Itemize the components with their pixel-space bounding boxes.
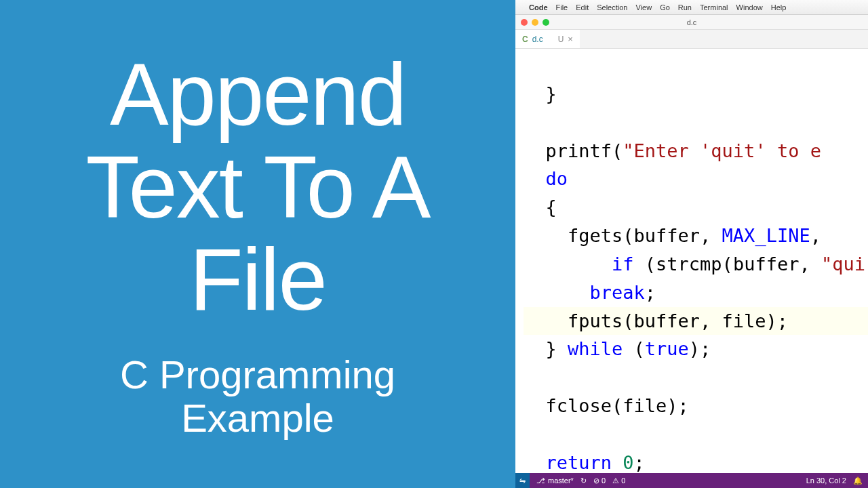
- menu-go[interactable]: Go: [660, 3, 670, 12]
- warnings-count[interactable]: ⚠ 0: [612, 476, 625, 485]
- close-window-button[interactable]: [521, 19, 528, 26]
- git-branch[interactable]: ⎇ master*: [536, 476, 574, 485]
- menu-selection[interactable]: Selection: [597, 3, 627, 12]
- code-line: do: [524, 168, 568, 189]
- sync-icon[interactable]: ↻: [580, 476, 587, 485]
- editor-tabbar[interactable]: C d.c U ×: [515, 30, 868, 49]
- code-line: return 0;: [524, 452, 645, 473]
- menu-edit[interactable]: Edit: [576, 3, 589, 12]
- code-line: printf("Enter 'quit' to e: [524, 140, 821, 161]
- title-line: Append: [85, 48, 429, 141]
- menu-file[interactable]: File: [556, 3, 568, 12]
- tab-filename: d.c: [532, 35, 543, 44]
- window-titlebar[interactable]: d.c: [515, 15, 868, 30]
- subtitle-line: C Programming: [120, 353, 395, 396]
- vscode-window: Code File Edit Selection View Go Run Ter…: [515, 0, 868, 488]
- errors-count[interactable]: ⊘ 0: [593, 476, 606, 485]
- remote-indicator[interactable]: ⇋: [515, 473, 530, 488]
- subtitle: C Programming Example: [120, 353, 395, 440]
- menu-help[interactable]: Help: [771, 3, 787, 12]
- cursor-position[interactable]: Ln 30, Col 2: [806, 476, 846, 485]
- status-bar[interactable]: ⇋ ⎇ master* ↻ ⊘ 0 ⚠ 0 Ln 30, Col 2 🔔: [515, 473, 868, 488]
- editor-tab-active[interactable]: C d.c U ×: [515, 30, 580, 48]
- tab-dirty-indicator: U: [558, 35, 564, 44]
- code-line: {: [524, 197, 557, 218]
- close-icon[interactable]: ×: [568, 34, 573, 44]
- mac-menubar[interactable]: Code File Edit Selection View Go Run Ter…: [515, 0, 868, 15]
- app-name[interactable]: Code: [529, 3, 548, 12]
- traffic-lights: [521, 19, 549, 26]
- title-line: Text To A: [85, 141, 429, 234]
- tab-lang-badge: C: [522, 35, 528, 44]
- zoom-window-button[interactable]: [542, 19, 549, 26]
- code-line: fclose(file);: [524, 395, 689, 416]
- menu-view[interactable]: View: [635, 3, 652, 12]
- code-line-active: fputs(buffer, file);: [524, 307, 868, 336]
- menu-terminal[interactable]: Terminal: [700, 3, 728, 12]
- menu-run[interactable]: Run: [678, 3, 692, 12]
- main-title: Append Text To A File: [85, 48, 429, 326]
- menu-window[interactable]: Window: [736, 3, 763, 12]
- minimize-window-button[interactable]: [532, 19, 538, 26]
- title-card: Append Text To A File C Programming Exam…: [0, 0, 515, 488]
- code-line: fgets(buffer, MAX_LINE,: [524, 225, 821, 246]
- subtitle-line: Example: [120, 396, 395, 440]
- code-editor[interactable]: } printf("Enter 'quit' to e do { fgets(b…: [515, 49, 868, 473]
- code-line: if (strcmp(buffer, "qui: [524, 253, 865, 274]
- code-line: }: [524, 83, 557, 104]
- code-line: } while (true);: [524, 338, 711, 359]
- window-title: d.c: [687, 18, 697, 26]
- title-line: File: [85, 233, 429, 326]
- bell-icon[interactable]: 🔔: [853, 476, 863, 485]
- code-line: break;: [524, 282, 656, 303]
